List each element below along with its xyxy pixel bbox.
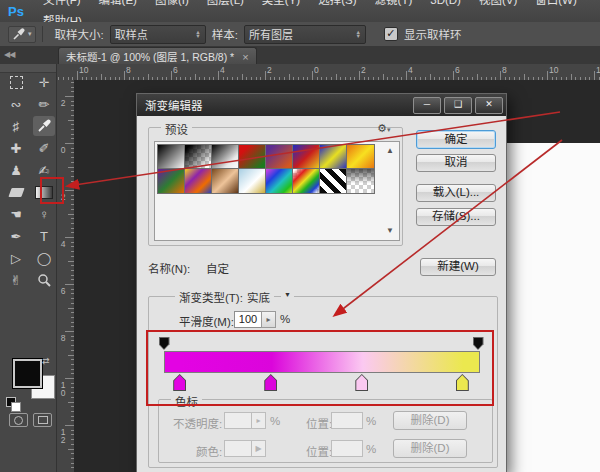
- document-tab-title: 未标题-1 @ 100% (图层 1, RGB/8) *: [66, 49, 234, 64]
- swap-colors-icon[interactable]: ⇄: [42, 356, 50, 366]
- preset-black-white[interactable]: [212, 145, 239, 169]
- preset-gradient: [320, 145, 347, 169]
- new-button[interactable]: 新建(W): [420, 258, 496, 276]
- opacity-field[interactable]: [224, 412, 252, 429]
- tab-close-icon[interactable]: ×: [242, 51, 248, 63]
- type-tool[interactable]: T: [33, 226, 55, 246]
- color-stop-34[interactable]: [264, 374, 277, 391]
- dialog-title-bar[interactable]: 渐变编辑器 ─ ❑ ✕: [137, 94, 506, 116]
- preset-orange-yellow-orange[interactable]: [347, 145, 374, 169]
- preset-violet-orange[interactable]: [266, 145, 293, 169]
- healing-brush-tool[interactable]: ✚: [5, 138, 27, 158]
- preset-transparent-rainbow[interactable]: [293, 169, 320, 193]
- scroll-up-icon[interactable]: ▲: [386, 146, 394, 155]
- gradient-type-value[interactable]: 实底: [243, 289, 274, 305]
- preset-transparent-stripes[interactable]: [320, 169, 347, 193]
- preset-blue-yellow-blue[interactable]: [320, 145, 347, 169]
- preset-gradient: [293, 145, 320, 169]
- smoothness-field[interactable]: 100: [234, 311, 262, 328]
- collapse-panel-icon[interactable]: ◀◀: [4, 50, 14, 59]
- show-sampling-ring-checkbox[interactable]: ✓: [384, 27, 398, 41]
- gradient-type-dropdown-icon[interactable]: ▼: [281, 291, 294, 298]
- menu-视图(V)[interactable]: 视图(V): [470, 0, 526, 6]
- foreground-color-swatch[interactable]: [13, 359, 42, 388]
- menu-窗口(W)[interactable]: 窗口(W): [526, 0, 586, 6]
- preset-foreground-to-background[interactable]: [158, 145, 185, 169]
- sample-dropdown[interactable]: 所有图层 ▲▼: [244, 25, 366, 44]
- updown-arrows-icon: ▲▼: [355, 30, 360, 38]
- delete-opacity-stop-button[interactable]: 删除(D): [393, 411, 467, 430]
- tool-preset-picker[interactable]: ▾: [8, 26, 36, 43]
- rectangular-marquee-tool[interactable]: [5, 72, 27, 92]
- preset-red-green[interactable]: [239, 145, 266, 169]
- screen-mode-button[interactable]: [33, 413, 52, 427]
- preset-gradient: [185, 145, 212, 169]
- preset-gradient: [347, 169, 374, 193]
- delete-color-stop-button[interactable]: 删除(D): [393, 439, 467, 458]
- brush-tool[interactable]: ✐: [33, 138, 55, 158]
- preset-copper[interactable]: [212, 169, 239, 193]
- document-tab[interactable]: 未标题-1 @ 100% (图层 1, RGB/8) * ×: [58, 47, 257, 65]
- eyedropper-tool[interactable]: [33, 116, 55, 136]
- opacity-location-field[interactable]: [331, 412, 363, 429]
- zoom-tool[interactable]: [33, 270, 55, 290]
- smudge-tool[interactable]: ☚: [5, 204, 27, 224]
- menu-图层(L)[interactable]: 图层(L): [198, 0, 253, 6]
- menu-选择(S)[interactable]: 选择(S): [309, 0, 365, 6]
- sample-size-dropdown[interactable]: 取样点 ▲▼: [110, 25, 206, 44]
- preset-violet-green-orange[interactable]: [158, 169, 185, 193]
- opacity-slider-icon[interactable]: ▸: [251, 412, 266, 429]
- color-stop-63[interactable]: [355, 374, 368, 391]
- path-selection-tool[interactable]: ▷: [5, 248, 27, 268]
- ok-button[interactable]: 确定: [416, 130, 496, 149]
- quick-selection-tool[interactable]: ✏: [33, 94, 55, 114]
- gradient-preview-bar[interactable]: [164, 351, 480, 373]
- color-stop-95[interactable]: [456, 374, 469, 391]
- dodge-tool[interactable]: ♀: [33, 204, 55, 224]
- ellipse-tool[interactable]: ◯: [33, 248, 55, 268]
- preset-blue-red-yellow[interactable]: [293, 145, 320, 169]
- move-tool[interactable]: ✛: [33, 72, 55, 92]
- history-brush-tool[interactable]: ✍: [33, 160, 55, 180]
- color-picker-arrow-icon[interactable]: ▶: [251, 440, 266, 457]
- color-swatch-field[interactable]: [224, 440, 252, 457]
- preset-yellow-violet-orange-blue[interactable]: [185, 169, 212, 193]
- opacity-stop-0[interactable]: [159, 337, 170, 350]
- color-location-field[interactable]: [331, 440, 363, 457]
- load-button[interactable]: 载入(L)...: [416, 184, 496, 202]
- preset-chrome[interactable]: [239, 169, 266, 193]
- quick-mask-button[interactable]: [9, 413, 28, 427]
- menu-图像(I)[interactable]: 图像(I): [146, 0, 198, 6]
- cancel-button[interactable]: 取消: [416, 154, 496, 172]
- menu-3D(D)[interactable]: 3D(D): [421, 0, 470, 6]
- minimize-button[interactable]: ─: [413, 97, 441, 114]
- scroll-down-icon[interactable]: ▼: [386, 226, 394, 235]
- smoothness-slider-icon[interactable]: ▸: [261, 311, 276, 328]
- name-value[interactable]: 自定: [206, 260, 229, 276]
- presets-menu-gear-icon[interactable]: ⚙▾: [377, 122, 390, 135]
- lasso-tool[interactable]: ∾: [5, 94, 27, 114]
- menu-滤镜(T)[interactable]: 滤镜(T): [366, 0, 422, 6]
- ruler-label: 6: [455, 65, 460, 75]
- menu-类型(Y)[interactable]: 类型(Y): [253, 0, 309, 6]
- opacity-stop-100[interactable]: [473, 337, 484, 350]
- crop-tool[interactable]: ♯: [5, 116, 27, 136]
- preset-spectrum[interactable]: [266, 169, 293, 193]
- horizontal-ruler: 108642024681012: [56, 64, 600, 81]
- ruler-label: 0: [314, 65, 319, 75]
- maximize-button[interactable]: ❑: [444, 97, 472, 114]
- menu-编辑(E)[interactable]: 编辑(E): [90, 0, 146, 6]
- clone-stamp-tool[interactable]: ♟: [5, 160, 27, 180]
- eraser-tool[interactable]: [5, 182, 27, 202]
- close-button[interactable]: ✕: [475, 97, 503, 114]
- preset-neutral-density[interactable]: [347, 169, 374, 193]
- pen-tool[interactable]: ✒: [5, 226, 27, 246]
- hand-tool[interactable]: ✌: [5, 270, 27, 290]
- ruler-label: 2: [361, 65, 366, 75]
- preset-foreground-to-transparent[interactable]: [185, 145, 212, 169]
- menu-文件(F)[interactable]: 文件(F): [34, 0, 90, 6]
- default-colors-icon[interactable]: [6, 397, 20, 411]
- color-stop-5[interactable]: [173, 374, 186, 391]
- save-button[interactable]: 存储(S)...: [416, 208, 496, 226]
- gradient-tool[interactable]: [33, 182, 55, 202]
